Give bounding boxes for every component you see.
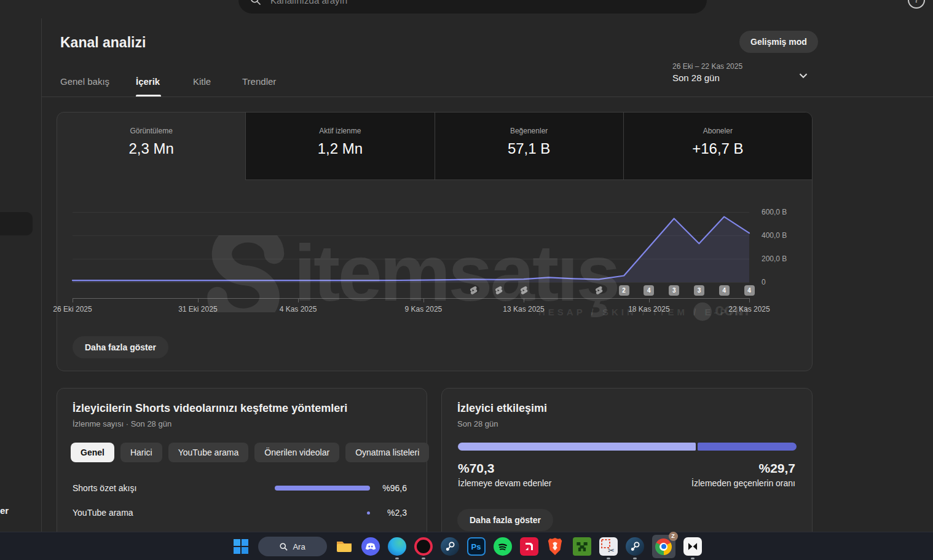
card-title: İzleyicilerin Shorts videolarınızı keşfe…: [73, 402, 347, 415]
metric-label: Beğenenler: [435, 127, 623, 135]
steam-logo: [441, 537, 459, 556]
steam-icon-2[interactable]: [626, 537, 644, 556]
advanced-mode-button[interactable]: Gelişmiş mod: [739, 31, 818, 53]
traffic-value: %2,3: [379, 508, 407, 518]
snipping-tool-logo: ✂: [599, 537, 618, 556]
youtube-studio-analytics-screen: ? er Kanal analizi Gelişmiş mod 26 Eki –…: [0, 0, 933, 560]
shorts-video-marker[interactable]: [519, 286, 529, 296]
video-count-marker[interactable]: 4: [744, 285, 755, 296]
engagement-show-more-button[interactable]: Daha fazla göster: [457, 509, 553, 531]
steam-logo: [626, 537, 644, 556]
shorts-video-marker[interactable]: [594, 286, 604, 296]
snipping-tool-icon[interactable]: ✂: [599, 537, 618, 556]
gridline-0: [73, 282, 749, 283]
chip-youtube-arama[interactable]: YouTube arama: [168, 443, 249, 462]
metric-tab-begenenler[interactable]: Beğenenler 57,1 B: [435, 112, 623, 180]
discord-logo: [361, 537, 380, 556]
search-input[interactable]: [269, 0, 707, 6]
capcut-icon[interactable]: [683, 537, 702, 556]
steam-icon[interactable]: [441, 537, 459, 556]
photoshop-icon[interactable]: Ps: [467, 537, 486, 556]
shorts-video-marker[interactable]: [468, 286, 478, 296]
metric-label: Görüntüleme: [57, 127, 245, 135]
metric-value: 2,3 Mn: [57, 140, 245, 157]
chip-oynatma-listeleri[interactable]: Oynatma listeleri: [345, 443, 429, 462]
running-indicator: [422, 558, 425, 559]
windows-taskbar: Ara Ps: [0, 532, 933, 560]
chart-show-more-button[interactable]: Daha fazla göster: [73, 336, 168, 358]
metric-value: +16,7 B: [624, 140, 812, 157]
x-tick-mark: [73, 298, 73, 302]
taskbar-search-label: Ara: [293, 542, 305, 551]
brave-icon[interactable]: [546, 537, 565, 556]
running-indicator: [395, 558, 399, 559]
brave-shield-logo: [546, 537, 564, 556]
minecraft-icon[interactable]: [573, 537, 591, 556]
photoshop-logo: Ps: [467, 537, 486, 556]
chip-genel[interactable]: Genel: [71, 443, 114, 462]
metric-tab-goruntuleme[interactable]: Görüntüleme 2,3 Mn: [57, 112, 245, 180]
chip-harici[interactable]: Harici: [120, 443, 162, 462]
metric-value: 1,2 Mn: [246, 140, 434, 157]
running-indicator: [633, 558, 637, 559]
x-tick-label: 9 Kas 2025: [393, 305, 454, 314]
folder-icon: [335, 537, 353, 556]
x-tick-mark: [198, 298, 199, 302]
amd-software-icon[interactable]: [520, 537, 538, 556]
header-divider: [41, 97, 933, 97]
page-title: Kanal analizi: [60, 34, 146, 51]
tab-trendler[interactable]: Trendler: [242, 76, 276, 87]
chevron-down-icon[interactable]: [797, 69, 810, 82]
file-explorer-icon[interactable]: [335, 537, 353, 556]
search-icon: [279, 542, 288, 551]
x-tick-label: 31 Eki 2025: [167, 305, 229, 314]
opera-gx-icon[interactable]: [414, 537, 433, 556]
traffic-bar: [275, 486, 370, 491]
traffic-row-shorts-feed[interactable]: Shorts özet akışı %96,6: [73, 482, 407, 494]
metric-tab-aboneler[interactable]: Aboneler +16,7 B: [623, 112, 812, 180]
opera-logo: [414, 537, 433, 556]
spotify-icon[interactable]: [494, 537, 512, 556]
metric-tab-aktif-izlenme[interactable]: Aktif izlenme 1,2 Mn: [245, 112, 434, 180]
video-count-marker[interactable]: 2: [619, 285, 629, 296]
video-count-marker[interactable]: 3: [669, 285, 679, 296]
discord-icon[interactable]: [361, 537, 380, 556]
card-subtitle: Son 28 gün: [457, 419, 498, 428]
tab-kitle[interactable]: Kitle: [193, 76, 211, 87]
y-tick-label: 600,0 B: [762, 208, 787, 216]
x-tick-label: 18 Kas 2025: [618, 305, 680, 314]
edge-logo: [388, 537, 406, 556]
chrome-icon[interactable]: Z: [652, 535, 675, 558]
tab-icerik[interactable]: İçerik: [136, 76, 160, 87]
search-icon: [250, 0, 262, 6]
date-preset-text: Son 28 gün: [672, 73, 765, 83]
traffic-row-youtube-search[interactable]: YouTube arama %2,3: [73, 507, 407, 519]
microsoft-edge-icon[interactable]: [388, 537, 406, 556]
x-tick-label: 22 Kas 2025: [718, 305, 780, 314]
metric-tabs-row: Görüntüleme 2,3 Mn Aktif izlenme 1,2 Mn …: [57, 112, 812, 180]
metric-value: 57,1 B: [435, 140, 623, 157]
clipped-text-fragment: er: [0, 505, 9, 516]
video-count-marker[interactable]: 4: [719, 285, 730, 296]
traffic-source-label: Shorts özet akışı: [73, 483, 272, 493]
engagement-bar-continued: [458, 443, 696, 451]
x-tick-mark: [524, 298, 524, 302]
date-range-selector[interactable]: 26 Eki – 22 Kas 2025 Son 28 gün: [672, 62, 765, 83]
video-count-marker[interactable]: 4: [644, 285, 654, 296]
metric-label: Aboneler: [624, 127, 812, 135]
svg-text:✂: ✂: [608, 546, 615, 555]
chip-onerilen-videolar[interactable]: Önerilen videolar: [254, 443, 339, 462]
engagement-bar-skipped: [698, 443, 797, 451]
content-left-divider: [41, 18, 42, 532]
shorts-video-marker[interactable]: [494, 286, 503, 296]
video-count-marker[interactable]: 3: [694, 285, 704, 296]
studio-search-bar[interactable]: [238, 0, 707, 14]
traffic-filter-chips: Genel Harici YouTube arama Önerilen vide…: [71, 443, 429, 462]
help-icon[interactable]: ?: [908, 0, 925, 9]
y-tick-label: 0: [762, 278, 766, 286]
left-peek-panel: [0, 212, 33, 235]
taskbar-search[interactable]: Ara: [258, 537, 327, 556]
start-button[interactable]: [232, 537, 250, 556]
tab-genel-bakis[interactable]: Genel bakış: [60, 76, 109, 87]
engagement-right-label: İzlemeden geçenlerin oranı: [691, 478, 795, 488]
